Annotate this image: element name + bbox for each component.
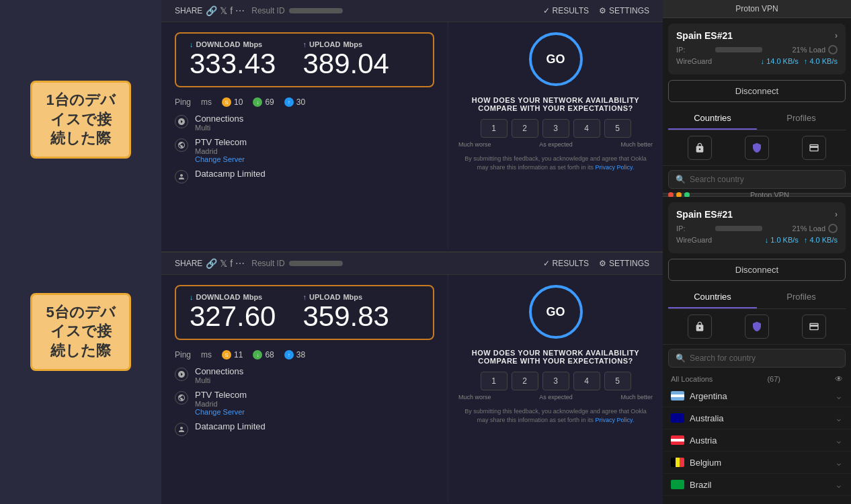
rating-1-b[interactable]: 1	[481, 372, 508, 390]
settings-btn-top[interactable]: ⚙ SETTINGS	[599, 6, 649, 15]
rating-1-top[interactable]: 1	[481, 119, 508, 138]
server-load-bottom: 21% Load	[792, 224, 838, 233]
results-btn-bottom[interactable]: ✓ RESULTS	[543, 259, 589, 268]
country-item-brazil[interactable]: Brazil ⌄	[663, 474, 851, 496]
server-name-top: Spain ES#21 ›	[676, 30, 838, 41]
disconnect-button-bottom[interactable]: Disconnect	[668, 259, 846, 281]
go-gauge-bottom[interactable]: GO	[529, 285, 583, 339]
change-server-link-top[interactable]: Change Server	[195, 155, 247, 163]
privacy-policy-link-bottom[interactable]: Privacy Policy.	[596, 417, 635, 423]
disconnect-button-top[interactable]: Disconnect	[668, 80, 846, 102]
server-card-bottom[interactable]: Spain ES#21 › IP: 21% Load WireGuard ↓ 1…	[668, 202, 846, 253]
upload-item-top: ↑ UPLOAD Mbps 389.04	[302, 40, 389, 79]
search-input-top[interactable]: Search country	[690, 175, 838, 184]
share-link-icon[interactable]: 🔗	[206, 5, 217, 16]
feedback-title-bottom: HOW DOES YOUR NETWORK AVAILABILITY COMPA…	[458, 349, 653, 365]
server-card-top[interactable]: Spain ES#21 › IP: 21% Load WireGuard ↓ 1…	[668, 24, 846, 75]
ping-item-3-top: ↑ 30	[284, 97, 305, 107]
download-value-top: 333.43	[190, 48, 276, 79]
search-box-top[interactable]: 🔍 Search country	[668, 170, 846, 189]
share-more-icon-b[interactable]: ⋯	[235, 258, 245, 269]
icon-shield-top[interactable]	[745, 136, 769, 160]
share-more-icon[interactable]: ⋯	[235, 5, 245, 16]
flag-belgium	[671, 458, 684, 467]
share-twitter-icon[interactable]: 𝕏	[220, 5, 227, 16]
speedtest-header-top: SHARE 🔗 𝕏 f ⋯ Result ID ✓ RESULTS	[161, 0, 663, 22]
proton-title-top: Proton VPN	[735, 4, 778, 13]
results-btn-top[interactable]: ✓ RESULTS	[543, 6, 589, 15]
share-facebook-icon[interactable]: f	[230, 5, 233, 16]
connections-section-top: Connections Multi PTV Telecom Madrid Cha…	[175, 114, 434, 183]
search-input-bottom[interactable]: Search for country	[690, 353, 838, 363]
server-protocol-row-top: WireGuard ↓ 14.0 KB/s ↑ 4.0 KB/s	[676, 57, 838, 65]
settings-btn-bottom[interactable]: ⚙ SETTINGS	[599, 259, 649, 268]
country-item-belgium[interactable]: Belgium ⌄	[663, 452, 851, 474]
server-traffic-top: ↓ 14.0 KB/s ↑ 4.0 KB/s	[761, 57, 838, 65]
upload-value-top: 389.04	[302, 48, 389, 79]
rating-5-top[interactable]: 5	[604, 119, 631, 138]
go-gauge-top[interactable]: GO	[529, 32, 583, 86]
share-section-top: SHARE 🔗 𝕏 f ⋯	[175, 5, 245, 16]
country-list: Argentina ⌄ Australia ⌄ Austria ⌄ Belgiu…	[663, 385, 851, 504]
speedtest-header-bottom: SHARE 🔗 𝕏 f ⋯ Result ID ✓ RESULTS	[161, 253, 663, 275]
share-label-bottom: SHARE	[175, 259, 202, 268]
rating-4-top[interactable]: 4	[573, 119, 600, 138]
left-annotation-panel: 1台のデバイスで接続した際 5台のデバイスで接続した際	[0, 0, 161, 504]
speed-box-top: ↓ DOWNLOAD Mbps 333.43 ↑ UPLOAD Mbps 389…	[175, 32, 434, 87]
share-twitter-icon-b[interactable]: 𝕏	[220, 258, 227, 269]
conn-isp-bottom: PTV Telecom Madrid Change Server	[175, 390, 434, 416]
rating-3-b[interactable]: 3	[542, 372, 569, 390]
server-ip-blur-top	[715, 47, 762, 52]
country-item-austria[interactable]: Austria ⌄	[663, 429, 851, 452]
person-icon-b	[175, 423, 188, 436]
icon-row-top	[663, 130, 851, 166]
main-content: SHARE 🔗 𝕏 f ⋯ Result ID ✓ RESULTS	[161, 0, 663, 504]
tabs-row-top: Countries Profiles	[668, 108, 846, 130]
search-box-bottom[interactable]: 🔍 Search for country	[668, 349, 846, 368]
share-link-icon-b[interactable]: 🔗	[206, 258, 217, 269]
rating-2-b[interactable]: 2	[512, 372, 538, 390]
result-id-bottom: Result ID	[251, 259, 342, 268]
icon-card-top[interactable]	[802, 136, 826, 160]
tab-countries-top[interactable]: Countries	[668, 108, 757, 130]
flag-brazil	[671, 480, 684, 489]
chevron-argentina: ⌄	[835, 390, 843, 401]
speedtest-right-top: GO HOW DOES YOUR NETWORK AVAILABILITY CO…	[448, 22, 663, 249]
globe-icon-top	[175, 138, 188, 152]
chevron-austria: ⌄	[835, 435, 843, 446]
rating-3-top[interactable]: 3	[542, 119, 569, 138]
icon-lock-top[interactable]	[688, 136, 712, 160]
download-item-top: ↓ DOWNLOAD Mbps 333.43	[190, 40, 276, 79]
conn-datacenter-top: Datacamp Limited	[175, 169, 434, 183]
share-facebook-icon-b[interactable]: f	[230, 258, 233, 269]
flag-austria	[671, 435, 684, 445]
server-detail-row-top: IP: 21% Load	[676, 45, 838, 54]
server-detail-row-bottom: IP: 21% Load	[676, 224, 838, 233]
feedback-note-top: By submitting this feedback, you acknowl…	[458, 155, 653, 171]
privacy-policy-link-top[interactable]: Privacy Policy.	[596, 164, 635, 171]
country-item-australia[interactable]: Australia ⌄	[663, 407, 851, 429]
ping-circle-green-b: ↓	[253, 350, 262, 360]
tab-profiles-bottom[interactable]: Profiles	[757, 286, 846, 308]
rating-2-top[interactable]: 2	[512, 119, 538, 138]
search-icon-top: 🔍	[676, 175, 686, 184]
rating-labels-bottom: Much worse As expected Much better	[458, 394, 653, 401]
ping-circle-yellow-top: S	[222, 97, 231, 107]
upload-item-bottom: ↑ UPLOAD Mbps 359.83	[302, 293, 389, 332]
icon-card-bottom[interactable]	[802, 314, 826, 339]
load-circle-top	[828, 45, 838, 54]
country-item-argentina[interactable]: Argentina ⌄	[663, 385, 851, 407]
server-ip-blur-bottom	[715, 226, 762, 231]
annotation-single-device: 1台のデバイスで接続した際	[30, 81, 131, 159]
feedback-note-bottom: By submitting this feedback, you acknowl…	[458, 407, 653, 424]
rating-4-b[interactable]: 4	[573, 372, 600, 390]
icon-lock-bottom[interactable]	[688, 314, 712, 339]
result-id-bar	[289, 8, 343, 13]
change-server-link-bottom[interactable]: Change Server	[195, 408, 247, 416]
tab-profiles-top[interactable]: Profiles	[757, 108, 846, 130]
rating-5-b[interactable]: 5	[604, 372, 631, 390]
tab-countries-bottom[interactable]: Countries	[668, 286, 757, 308]
icon-shield-bottom[interactable]	[745, 314, 769, 339]
speedtest-right-bottom: GO HOW DOES YOUR NETWORK AVAILABILITY CO…	[448, 275, 663, 501]
eye-icon[interactable]: 👁	[835, 374, 843, 384]
